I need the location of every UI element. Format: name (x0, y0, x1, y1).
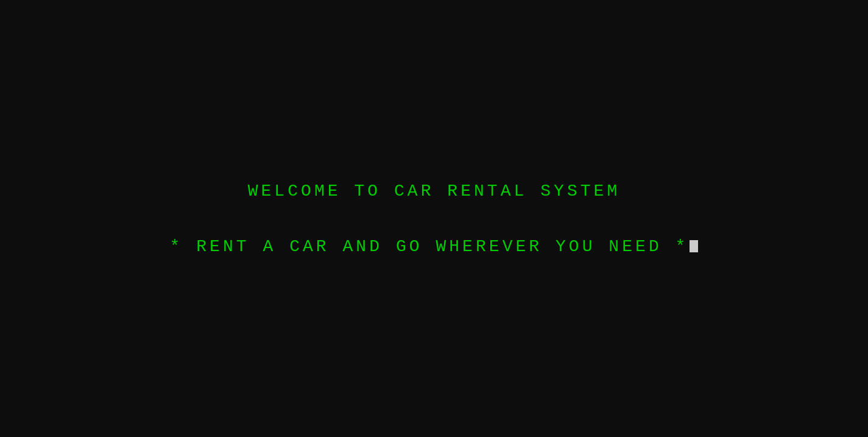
tagline-line: * RENT A CAR AND GO WHEREVER YOU NEED * (170, 237, 699, 256)
tagline-text: * RENT A CAR AND GO WHEREVER YOU NEED * (170, 237, 689, 256)
welcome-line: WELCOME TO CAR RENTAL SYSTEM (248, 182, 621, 201)
terminal-screen: WELCOME TO CAR RENTAL SYSTEM * RENT A CA… (0, 0, 868, 437)
terminal-cursor (690, 240, 698, 252)
